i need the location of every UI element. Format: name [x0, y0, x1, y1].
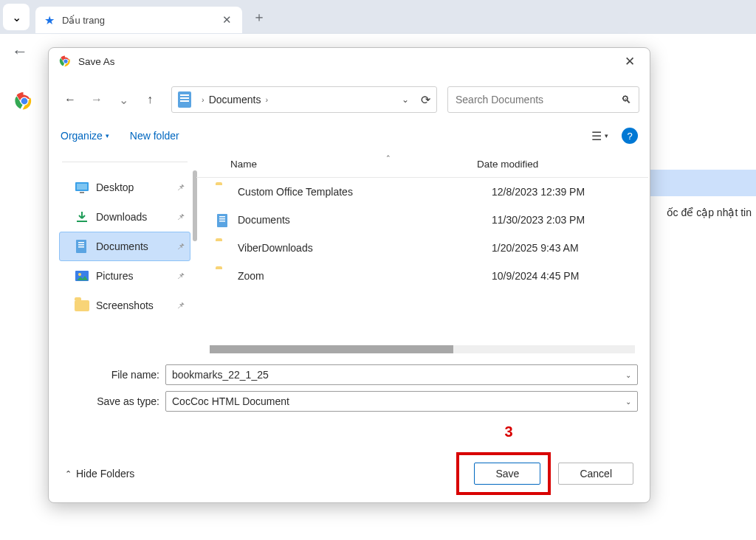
search-input[interactable]	[456, 94, 621, 105]
pin-icon[interactable]: 📌︎	[176, 300, 185, 311]
sidebar-item-label: Downloads	[96, 211, 176, 223]
column-date[interactable]: Date modified	[477, 159, 538, 170]
star-icon: ★	[44, 13, 55, 27]
svg-point-2	[21, 98, 28, 105]
column-name-label: Name	[230, 159, 257, 170]
save-highlight-box: Save	[456, 452, 551, 495]
file-name-value: bookmarks_22_1_25	[172, 369, 625, 381]
sidebar-item-label: Screenshots	[96, 300, 176, 311]
column-name[interactable]: Name ⌃	[196, 159, 477, 170]
file-name-label: File name:	[61, 369, 165, 381]
file-date: 11/30/2023 2:03 PM	[492, 214, 585, 226]
desktop-icon	[75, 181, 89, 194]
dropdown-caret-icon[interactable]: ⌄	[625, 371, 631, 379]
file-row[interactable]: ViberDownloads1/20/2025 9:43 AM	[196, 234, 648, 262]
form-area: File name: bookmarks_22_1_25 ⌄ Save as t…	[49, 356, 650, 445]
folder-sidebar: Desktop📌︎Downloads📌︎Documents📌︎Pictures📌…	[49, 151, 196, 356]
sidebar-item-screenshots[interactable]: Screenshots📌︎	[59, 291, 190, 320]
close-dialog-icon[interactable]: ✕	[620, 51, 639, 72]
horizontal-scrollbar[interactable]	[196, 345, 648, 356]
file-name-field[interactable]: bookmarks_22_1_25 ⌄	[165, 364, 638, 385]
search-icon[interactable]: 🔍︎	[621, 94, 631, 105]
new-tab-button[interactable]: ＋	[252, 8, 266, 26]
view-options-icon[interactable]: ☰	[591, 129, 602, 143]
sidebar-item-downloads[interactable]: Downloads📌︎	[59, 202, 190, 232]
svg-rect-10	[78, 242, 84, 243]
dialog-footer: ⌃ Hide Folders Save Cancel	[49, 445, 650, 502]
refresh-icon[interactable]: ⟳	[421, 93, 430, 107]
folder-icon	[216, 185, 230, 198]
hide-folders-toggle[interactable]: ⌃ Hide Folders	[65, 468, 134, 480]
documents-icon	[216, 213, 230, 226]
file-list: Name ⌃ Date modified Custom Office Templ…	[196, 151, 648, 356]
file-name: Documents	[238, 214, 492, 226]
back-arrow-icon[interactable]: ←	[12, 42, 28, 61]
column-headers: Name ⌃ Date modified	[196, 151, 648, 178]
chrome-logo-icon	[13, 90, 35, 112]
sidebar-item-label: Pictures	[96, 270, 176, 282]
nav-back-icon[interactable]: ←	[59, 89, 81, 111]
sort-caret-icon: ⌃	[385, 154, 391, 162]
sidebar-item-desktop[interactable]: Desktop📌︎	[59, 173, 190, 202]
cancel-button[interactable]: Cancel	[558, 463, 633, 485]
folder-icon	[216, 241, 230, 255]
file-row[interactable]: Zoom10/9/2024 4:45 PM	[196, 262, 648, 290]
caret-down-icon[interactable]: ▾	[605, 132, 608, 139]
sidebar-item-label: Documents	[96, 240, 176, 252]
save-button[interactable]: Save	[474, 463, 540, 485]
svg-rect-8	[80, 192, 84, 193]
help-icon[interactable]: ?	[622, 128, 638, 144]
chevron-right-icon[interactable]: ›	[265, 95, 268, 104]
hide-folders-label: Hide Folders	[76, 468, 134, 480]
sidebar-item-pictures[interactable]: Pictures📌︎	[59, 261, 190, 291]
dialog-nav-bar: ← → ⌄ ↑ › Documents › ⌄ ⟳ 🔍︎	[49, 83, 650, 116]
pin-icon[interactable]: 📌︎	[176, 212, 185, 222]
caret-up-icon: ⌃	[65, 469, 72, 479]
nav-recent-icon[interactable]: ⌄	[112, 89, 134, 111]
pin-icon[interactable]: 📌︎	[176, 241, 185, 252]
organize-menu[interactable]: Organize ▾	[61, 130, 109, 142]
file-date: 1/20/2025 9:43 AM	[492, 242, 579, 254]
file-date: 10/9/2024 4:45 PM	[492, 270, 579, 282]
dropdown-caret-icon[interactable]: ⌄	[625, 398, 631, 406]
svg-rect-12	[78, 246, 84, 248]
tab-list-dropdown[interactable]: ⌄	[3, 4, 30, 30]
chevron-right-icon: ›	[202, 95, 205, 104]
save-type-field[interactable]: CocCoc HTML Document ⌄	[165, 391, 638, 412]
save-type-value: CocCoc HTML Document	[172, 395, 625, 407]
svg-point-5	[63, 59, 67, 63]
file-row[interactable]: Custom Office Templates12/8/2023 12:39 P…	[196, 178, 648, 206]
background-text-fragment: ốc để cập nhật tin	[667, 207, 752, 218]
dialog-title: Save As	[78, 56, 620, 67]
path-breadcrumb[interactable]: › Documents › ⌄ ⟳	[171, 86, 437, 113]
close-tab-icon[interactable]: ✕	[222, 13, 232, 27]
sidebar-item-documents[interactable]: Documents📌︎	[59, 232, 190, 261]
folder-icon	[216, 269, 230, 283]
save-type-label: Save as type:	[61, 395, 165, 407]
svg-rect-11	[78, 244, 84, 246]
nav-up-icon[interactable]: ↑	[139, 89, 161, 111]
file-row[interactable]: Documents11/30/2023 2:03 PM	[196, 206, 648, 234]
pictures-icon	[75, 269, 89, 283]
browser-tab[interactable]: ★ Dấu trang ✕	[35, 7, 242, 33]
documents-icon	[75, 240, 89, 253]
path-segment[interactable]: Documents	[209, 94, 261, 105]
documents-glyph-icon	[178, 91, 191, 108]
organize-label: Organize	[61, 130, 103, 142]
svg-rect-7	[77, 184, 87, 190]
dialog-titlebar: Save As ✕	[49, 48, 650, 75]
pin-icon[interactable]: 📌︎	[176, 182, 185, 193]
scrollbar-thumb[interactable]	[210, 345, 453, 353]
pin-icon[interactable]: 📌︎	[176, 271, 185, 281]
file-date: 12/8/2023 12:39 PM	[492, 186, 585, 198]
new-folder-button[interactable]: New folder	[130, 130, 179, 142]
folder-icon	[75, 299, 89, 312]
svg-rect-16	[219, 216, 225, 218]
search-box[interactable]: 🔍︎	[447, 86, 639, 113]
chevron-down-icon: ⌄	[12, 10, 21, 24]
dialog-toolbar: Organize ▾ New folder ☰ ▾ ?	[49, 120, 650, 151]
chevron-down-icon[interactable]: ⌄	[402, 94, 409, 105]
dialog-main: Desktop📌︎Downloads📌︎Documents📌︎Pictures📌…	[49, 151, 650, 356]
annotation-step-number: 3	[379, 423, 638, 440]
chrome-app-icon	[59, 55, 72, 68]
